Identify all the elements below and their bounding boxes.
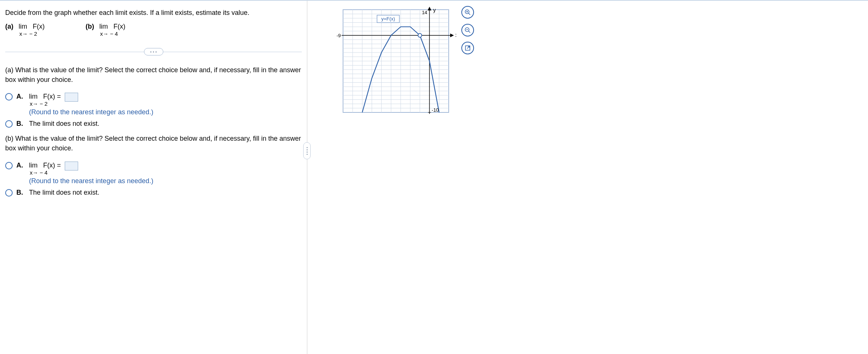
zoom-out-icon [464, 27, 471, 34]
lim-word: lim [29, 93, 38, 100]
lim-word: lim [29, 162, 38, 169]
part-a-limit: lim F(x) x→ − 2 [19, 23, 45, 37]
lim-fn: F(x) [113, 23, 125, 30]
choice-a-B: B. The limit does not exist. [5, 120, 302, 128]
choice-label: B. [16, 120, 25, 128]
zoom-in-icon [464, 9, 471, 16]
choice-body: lim F(x) = x→ − 2 (Round to the nearest … [29, 93, 302, 116]
radio-qb-A[interactable] [5, 162, 13, 169]
lim-approach: x→ − 2 [19, 31, 45, 37]
expand-pill[interactable] [144, 48, 163, 55]
choice-label: A. [16, 93, 25, 101]
lim-approach: x→ − 4 [99, 31, 125, 37]
choice-text: The limit does not exist. [29, 120, 302, 128]
page: Decide from the graph whether each limit… [0, 0, 868, 354]
zoom-out-button[interactable] [461, 24, 474, 36]
zoom-in-button[interactable] [461, 6, 474, 19]
svg-text:-10: -10 [432, 107, 439, 113]
choice-b-A: A. lim F(x) = x→ − 4 (Round to the neare… [5, 162, 302, 185]
parts-row: (a) lim F(x) x→ − 2 (b) lim F(x) x→ − 4 [5, 23, 302, 37]
lim-approach: x→ − 2 [29, 101, 61, 107]
part-a: (a) lim F(x) x→ − 2 [5, 23, 45, 37]
graph-panel: y=F(x)yx-914-10 [307, 1, 868, 354]
round-hint: (Round to the nearest integer as needed.… [29, 108, 302, 116]
svg-text:x: x [455, 32, 456, 38]
answer-input-qa[interactable] [65, 93, 78, 102]
lim-fn: F(x) [33, 23, 45, 30]
popout-button[interactable] [461, 42, 474, 54]
radio-qb-B[interactable] [5, 189, 13, 197]
svg-point-42 [418, 34, 422, 37]
choice-label: B. [16, 189, 25, 197]
choice-limit-line: lim F(x) = x→ − 2 [29, 93, 302, 107]
part-b-limit: lim F(x) x→ − 4 [99, 23, 125, 37]
answer-input-qb[interactable] [65, 162, 78, 170]
popout-icon [464, 45, 471, 51]
svg-text:-9: -9 [336, 33, 341, 38]
lim-fn-eq: F(x) = [43, 93, 61, 100]
part-b: (b) lim F(x) x→ − 4 [86, 23, 125, 37]
graph-wrap: y=F(x)yx-914-10 [330, 6, 861, 118]
svg-text:y: y [433, 7, 436, 13]
choice-b-B: B. The limit does not exist. [5, 189, 302, 197]
question-panel: Decide from the graph whether each limit… [0, 1, 307, 354]
lim-approach: x→ − 4 [29, 169, 61, 176]
tool-column [461, 6, 474, 54]
lim-fn-eq: F(x) = [43, 162, 61, 169]
choice-label: A. [16, 162, 25, 169]
choice-limit-line: lim F(x) = x→ − 4 [29, 162, 302, 176]
lim-word: lim [19, 23, 27, 30]
part-b-label: (b) [86, 23, 94, 31]
choice-body: lim F(x) = x→ − 4 (Round to the nearest … [29, 162, 302, 185]
question-b-intro: (b) What is the value of the limit? Sele… [5, 134, 302, 153]
svg-marker-39 [427, 7, 431, 10]
radio-qa-A[interactable] [5, 93, 13, 101]
round-hint: (Round to the nearest integer as needed.… [29, 177, 302, 185]
part-a-label: (a) [5, 23, 13, 31]
svg-line-52 [468, 13, 470, 15]
lim-word: lim [99, 23, 108, 30]
svg-marker-41 [450, 34, 454, 37]
graph-svg: y=F(x)yx-914-10 [330, 6, 456, 118]
svg-line-56 [468, 31, 470, 33]
question-a-intro: (a) What is the value of the limit? Sele… [5, 65, 302, 84]
svg-text:14: 14 [422, 10, 427, 15]
svg-line-59 [467, 47, 470, 49]
choice-a-A: A. lim F(x) = x→ − 2 (Round to the neare… [5, 93, 302, 116]
divider-row [5, 48, 302, 55]
svg-text:y=F(x): y=F(x) [381, 16, 395, 22]
radio-qa-B[interactable] [5, 120, 13, 128]
choice-text: The limit does not exist. [29, 189, 302, 197]
prompt-text: Decide from the graph whether each limit… [5, 8, 302, 17]
